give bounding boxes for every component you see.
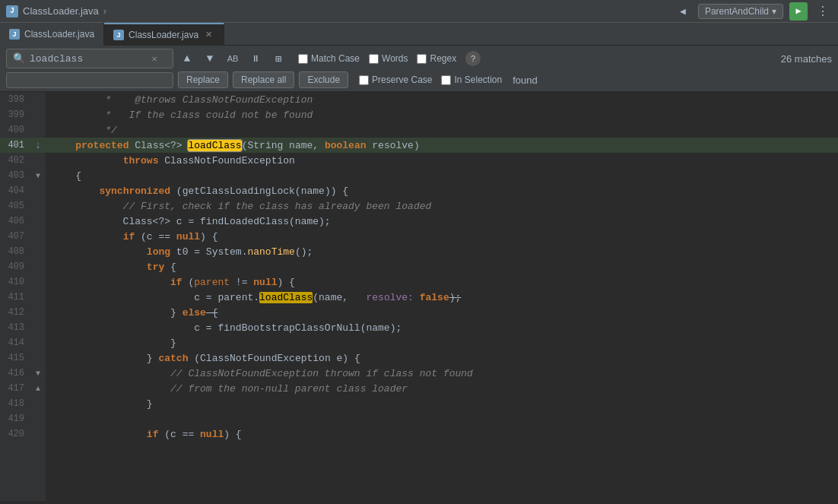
code-410-paren: ( [183, 277, 195, 288]
in-selection-label[interactable]: In Selection [441, 74, 502, 85]
gutter-line-416: 416 ▼ [0, 366, 46, 381]
code-420-brace: ) { [224, 429, 241, 440]
code-410-ne: != [230, 277, 253, 288]
code-410-if: if [170, 277, 183, 288]
line-num-402: 402 [0, 155, 30, 166]
code-412-else: else [183, 307, 206, 319]
exclude-button[interactable]: Exclude [299, 71, 348, 88]
code-408-semi: (); [295, 246, 313, 258]
run-button[interactable]: ▶ [789, 2, 808, 21]
search-filter-icon[interactable]: ⊞ [269, 49, 287, 68]
replace-all-button[interactable]: Replace all [233, 71, 294, 88]
code-line-420: if (c == null ) { [46, 426, 838, 442]
line-num-398: 398 [0, 94, 30, 105]
gutter-line-402: 402 [0, 153, 46, 168]
code-419 [52, 414, 58, 425]
fold-icon-416[interactable]: ▼ [30, 369, 46, 378]
gutter-line-418: 418 [0, 396, 46, 411]
code-404-indent [52, 185, 99, 197]
search-next-button[interactable]: ▼ [201, 49, 219, 68]
code-412-brace: { [206, 307, 218, 319]
gutter-line-404: 404 [0, 183, 46, 198]
clear-search-icon[interactable]: ✕ [147, 51, 162, 66]
gutter-line-409: 409 [0, 259, 46, 274]
code-407-indent [52, 231, 123, 242]
tab-file-icon-1: J [9, 29, 20, 40]
match-case-label[interactable]: Match Case [298, 53, 360, 64]
code-line-417: // from the non-null parent class loader [46, 381, 838, 396]
line-num-417: 417 [0, 383, 30, 394]
search-pause-icon[interactable]: ⏸ [246, 49, 265, 68]
code-415-indent: } [52, 353, 158, 364]
line-num-404: 404 [0, 185, 30, 196]
words-label[interactable]: Words [369, 53, 408, 64]
code-area[interactable]: * @throws ClassNotFoundException * If th… [46, 92, 838, 501]
forward-button[interactable]: ⋮ [814, 2, 832, 21]
back-button[interactable]: ◀ [674, 2, 692, 21]
code-line-416: // ClassNotFoundException thrown if clas… [46, 366, 838, 381]
code-line-414: } [46, 335, 838, 350]
tab-close-button[interactable]: ✕ [203, 29, 214, 40]
search-prev-button[interactable]: ▲ [178, 49, 196, 68]
code-399: * If the class could not be found [52, 109, 313, 121]
preserve-case-checkbox[interactable] [359, 75, 369, 85]
code-406: Class<?> c = findLoadedClass(name); [52, 216, 331, 227]
gutter-line-411: 411 [0, 290, 46, 305]
gutter-line-410: 410 [0, 274, 46, 290]
code-line-407: if (c == null ) { [46, 229, 838, 244]
search-regex-toggle[interactable]: AB [224, 49, 242, 68]
fold-icon-417[interactable]: ▲ [30, 385, 46, 393]
code-415-rest: (ClassNotFoundException e) { [188, 353, 360, 364]
help-button[interactable]: ? [465, 51, 481, 66]
code-410-parent: parent [194, 277, 230, 288]
code-401-kw: protected [75, 140, 129, 151]
code-411-semi: ); [449, 292, 462, 303]
replace-input-wrapper [6, 72, 173, 88]
code-420-indent [52, 429, 147, 440]
editor-area: 398 399 400 401 ↓ 402 [0, 92, 838, 501]
replace-input[interactable] [11, 74, 168, 86]
gutter-line-406: 406 [0, 214, 46, 229]
code-line-402: throws ClassNotFoundException [46, 153, 838, 168]
gutter-line-407: 407 [0, 229, 46, 244]
title-bar-nav: ◀ ParentAndChild ▾ ▶ ⋮ [674, 2, 832, 21]
gutter-line-398: 398 [0, 92, 46, 107]
replace-options: Preserve Case In Selection [359, 74, 502, 85]
fold-icon-403[interactable]: ▼ [30, 172, 46, 180]
code-402-exc: ClassNotFoundException [158, 155, 294, 166]
regex-checkbox[interactable] [417, 54, 427, 64]
code-410-null: null [253, 277, 277, 288]
words-checkbox[interactable] [369, 54, 379, 64]
tab-bar: J ClassLoader.java J ClassLoader.java ✕ [0, 23, 838, 46]
tab-classloader-1[interactable]: J ClassLoader.java [0, 23, 104, 46]
line-num-400: 400 [0, 125, 30, 135]
search-type-icon[interactable]: 🔍 [11, 51, 27, 66]
run-config-dropdown[interactable]: ParentAndChild ▾ [698, 4, 783, 19]
code-402-throws: throws [123, 155, 159, 166]
line-num-406: 406 [0, 216, 30, 227]
code-411-false: false [420, 292, 449, 303]
line-num-414: 414 [0, 338, 30, 348]
match-case-checkbox[interactable] [298, 54, 308, 64]
match-count: 26 matches [781, 53, 832, 65]
preserve-case-label[interactable]: Preserve Case [359, 74, 432, 85]
code-404-sync: synchronized [99, 185, 170, 197]
code-413: c = findBootstrapClassOrNull(name); [52, 322, 402, 334]
line-num-405: 405 [0, 201, 30, 211]
file-icon: J [6, 5, 18, 17]
line-num-412: 412 [0, 307, 30, 318]
replace-row: Replace Replace all Exclude Preserve Cas… [6, 71, 832, 88]
regex-label[interactable]: Regex [417, 53, 456, 64]
search-options: Match Case Words Regex ? [298, 51, 481, 66]
search-input[interactable] [30, 53, 144, 65]
line-num-419: 419 [0, 414, 30, 424]
dropdown-arrow-icon: ▾ [772, 6, 776, 17]
replace-button[interactable]: Replace [178, 71, 228, 88]
gutter-line-401: 401 ↓ [0, 138, 46, 153]
line-num-403: 403 [0, 170, 30, 181]
code-405: // First, check if the class has already… [52, 201, 431, 212]
in-selection-checkbox[interactable] [441, 75, 451, 85]
title-bar-chevron: › [103, 5, 106, 17]
tab-classloader-2[interactable]: J ClassLoader.java ✕ [104, 23, 224, 46]
gutter-line-412: 412 [0, 305, 46, 320]
